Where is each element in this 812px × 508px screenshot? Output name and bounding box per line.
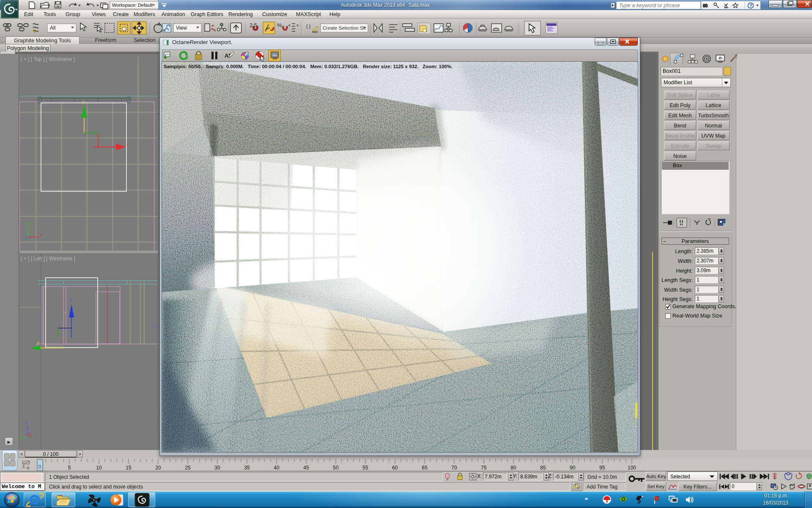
svg-text:0: 0 <box>38 464 41 470</box>
svg-text:x: x <box>126 141 129 146</box>
svg-text:20: 20 <box>155 465 161 471</box>
svg-text:z: z <box>25 420 28 425</box>
svg-text:65: 65 <box>422 465 428 471</box>
svg-text:40: 40 <box>274 465 280 471</box>
svg-text:z: z <box>25 235 28 240</box>
svg-text:80: 80 <box>510 465 516 471</box>
svg-text:Workspace: Default: Workspace: Default <box>112 3 153 8</box>
svg-text:y: y <box>26 221 29 226</box>
svg-text:10: 10 <box>96 465 102 471</box>
svg-text:55: 55 <box>362 465 368 471</box>
svg-text:50: 50 <box>333 465 339 471</box>
svg-text:Create Selection Se: Create Selection Se <box>323 25 366 30</box>
svg-text:45: 45 <box>303 465 309 471</box>
svg-text:y: y <box>37 340 39 345</box>
svg-text:%: % <box>277 22 282 28</box>
svg-text:Samp/pix: 50/50. Samp/s: 0.0: Samp/pix: 50/50. Samp/s: 0.000M. Time: 0… <box>164 64 453 69</box>
svg-text:View: View <box>176 25 187 31</box>
svg-text:60: 60 <box>392 465 398 471</box>
svg-text:25: 25 <box>185 465 191 471</box>
svg-text:z: z <box>70 297 73 302</box>
svg-text:90: 90 <box>570 465 576 471</box>
svg-text:x: x <box>40 232 42 237</box>
svg-text:All: All <box>50 25 55 31</box>
svg-text:100: 100 <box>628 465 636 471</box>
svg-text:{ }: { } <box>306 24 311 29</box>
svg-text:35: 35 <box>244 465 250 471</box>
svg-text:70: 70 <box>451 465 457 471</box>
svg-text:[ + ] [ Top ] [ Wireframe ]: [ + ] [ Top ] [ Wireframe ] <box>21 56 75 62</box>
svg-text:15: 15 <box>126 465 132 471</box>
svg-text:?: ? <box>749 3 752 8</box>
svg-text:ABC: ABC <box>313 30 318 33</box>
svg-text:75: 75 <box>481 465 487 471</box>
svg-text:5: 5 <box>68 465 71 471</box>
svg-text:x: x <box>29 431 31 436</box>
svg-text:[ + ] [ Left ] [ Wireframe ]: [ + ] [ Left ] [ Wireframe ] <box>21 256 75 262</box>
svg-text:y: y <box>82 99 85 104</box>
svg-text:95: 95 <box>599 465 605 471</box>
svg-text:30: 30 <box>214 465 220 471</box>
svg-text:85: 85 <box>540 465 546 471</box>
svg-text:y: y <box>19 435 22 440</box>
